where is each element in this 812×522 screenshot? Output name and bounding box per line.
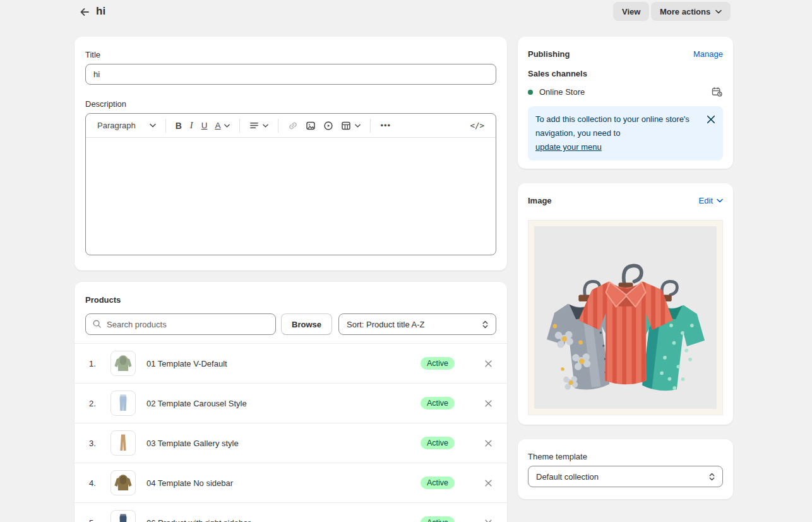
toolbar-divider xyxy=(239,119,240,133)
italic-button[interactable]: I xyxy=(186,117,198,135)
schedule-publish-icon[interactable] xyxy=(711,86,723,98)
toolbar-divider xyxy=(370,119,371,133)
products-card: Products Browse Sort: Product title A-Z … xyxy=(75,282,507,522)
insert-image-button[interactable] xyxy=(302,117,319,135)
product-thumbnail xyxy=(110,510,136,522)
toolbar-divider xyxy=(165,119,166,133)
link-button[interactable] xyxy=(284,117,302,135)
product-search xyxy=(85,313,276,335)
status-badge: Active xyxy=(421,437,455,449)
chevron-down-icon xyxy=(263,124,268,128)
bold-button[interactable]: B xyxy=(172,117,186,135)
products-heading: Products xyxy=(85,292,496,305)
play-circle-icon xyxy=(323,121,333,131)
publishing-card: Publishing Manage Sales channels Online … xyxy=(518,37,733,169)
show-html-button[interactable]: </> xyxy=(466,117,488,135)
page-title: hi xyxy=(96,5,105,18)
sales-channels-heading: Sales channels xyxy=(528,69,723,78)
more-actions-label: More actions xyxy=(660,7,710,16)
product-row: 1. 01 Template V-Default Active xyxy=(75,343,507,383)
view-button[interactable]: View xyxy=(613,2,649,21)
remove-product-button[interactable] xyxy=(484,519,493,522)
text-color-button[interactable]: A xyxy=(211,117,234,135)
title-input[interactable] xyxy=(85,64,496,85)
remove-product-button[interactable] xyxy=(484,439,493,447)
sort-select-value: Sort: Product title A-Z xyxy=(347,320,425,329)
product-name[interactable]: 04 Template No sidebar xyxy=(146,478,421,488)
row-index: 2. xyxy=(89,399,110,408)
banner-text: To add this collection to your online st… xyxy=(535,114,690,138)
product-name[interactable]: 02 Template Carousel Style xyxy=(146,399,421,408)
chevron-down-icon xyxy=(224,124,230,128)
products-controls: Browse Sort: Product title A-Z xyxy=(85,313,496,335)
product-row: 2. 02 Template Carousel Style Active xyxy=(75,383,507,423)
insert-video-button[interactable] xyxy=(319,117,337,135)
search-products-input[interactable] xyxy=(85,313,276,335)
description-editor: Paragraph B I U A xyxy=(85,113,496,255)
shirts-illustration xyxy=(534,226,717,409)
status-badge: Active xyxy=(421,397,455,410)
image-card: Image Edit xyxy=(518,183,733,425)
underline-button[interactable]: U xyxy=(198,117,212,135)
product-thumbnail xyxy=(110,351,136,376)
jeans-image xyxy=(112,392,134,414)
more-actions-button[interactable]: More actions xyxy=(651,2,731,21)
chevron-down-icon xyxy=(355,124,361,128)
image-icon xyxy=(306,121,316,131)
theme-template-select[interactable]: Default collection xyxy=(528,466,723,487)
updown-caret-icon xyxy=(482,320,489,329)
align-left-icon xyxy=(249,121,259,130)
remove-product-button[interactable] xyxy=(484,360,493,368)
status-badge: Active xyxy=(421,516,455,522)
text-color-letter: A xyxy=(215,121,220,130)
search-icon xyxy=(92,319,102,331)
row-index: 4. xyxy=(89,478,110,488)
toolbar-divider xyxy=(278,119,278,133)
collection-detail-card: Title Description Paragraph B I U A xyxy=(75,37,507,270)
edit-label: Edit xyxy=(699,196,713,205)
banner-close-button[interactable] xyxy=(707,115,715,124)
product-row: 3. 03 Template Gallery style Active xyxy=(75,423,507,463)
chevron-down-icon xyxy=(717,198,723,203)
theme-template-value: Default collection xyxy=(536,472,599,482)
info-banner: To add this collection to your online st… xyxy=(528,106,723,161)
collection-image[interactable] xyxy=(528,220,723,415)
edit-image-dropdown[interactable]: Edit xyxy=(699,196,723,205)
alignment-button[interactable] xyxy=(246,117,272,135)
product-row: 4. 04 Template No sidebar Active xyxy=(75,463,507,502)
description-textarea[interactable] xyxy=(86,138,496,255)
channel-name: Online Store xyxy=(539,87,705,97)
pants-image xyxy=(112,432,134,454)
product-thumbnail xyxy=(110,391,136,416)
browse-button[interactable]: Browse xyxy=(281,313,332,335)
back-button[interactable] xyxy=(77,4,92,20)
remove-product-button[interactable] xyxy=(484,479,493,487)
product-thumbnail xyxy=(110,470,136,495)
channel-status-dot xyxy=(528,90,533,95)
hoodie-image xyxy=(112,472,134,494)
update-your-menu-link[interactable]: update your menu xyxy=(535,140,602,154)
row-index: 3. xyxy=(89,439,110,448)
product-row: 5. 06 Product with right sidebar Active xyxy=(75,502,507,522)
row-index: 1. xyxy=(89,359,110,368)
product-name[interactable]: 03 Template Gallery style xyxy=(146,439,421,448)
row-index: 5. xyxy=(89,518,110,522)
product-list: 1. 01 Template V-Default Active 2. 02 Te… xyxy=(75,343,507,522)
insert-table-button[interactable] xyxy=(337,117,364,135)
product-name[interactable]: 06 Product with right sidebar xyxy=(146,518,421,522)
channel-row: Online Store xyxy=(528,86,723,98)
product-name[interactable]: 01 Template V-Default xyxy=(146,359,421,368)
theme-template-card: Theme template Default collection xyxy=(518,439,733,499)
more-formatting-button[interactable]: ••• xyxy=(376,117,395,135)
paragraph-style-dropdown[interactable]: Paragraph xyxy=(93,117,160,135)
paragraph-style-label: Paragraph xyxy=(97,121,136,130)
sort-select[interactable]: Sort: Product title A-Z xyxy=(338,313,496,335)
updown-caret-icon xyxy=(708,472,715,482)
manage-link[interactable]: Manage xyxy=(693,49,723,59)
remove-product-button[interactable] xyxy=(484,399,493,408)
table-icon xyxy=(341,121,351,131)
jeans-image xyxy=(112,512,134,522)
status-badge: Active xyxy=(421,476,455,489)
theme-template-label: Theme template xyxy=(528,449,723,461)
chevron-down-icon xyxy=(150,123,156,128)
